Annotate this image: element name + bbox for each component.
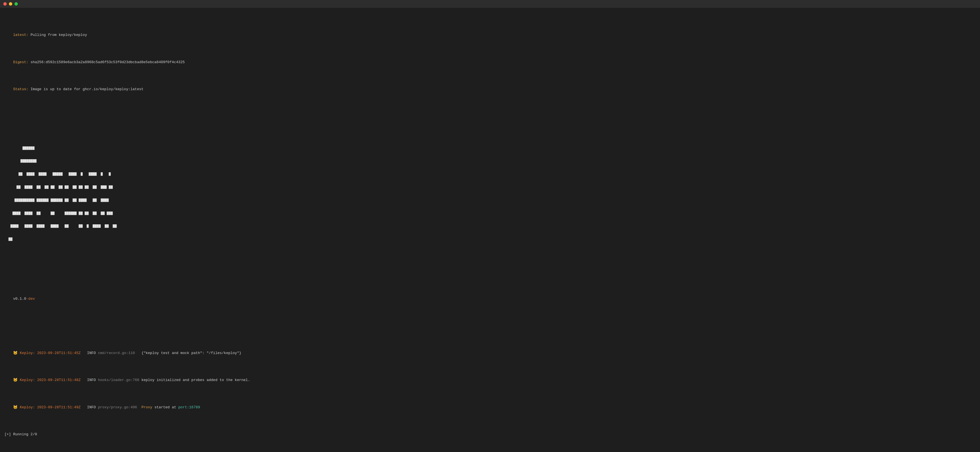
close-btn[interactable] xyxy=(3,2,7,6)
keploy-log-1: 🐱 Keploy: 2023-09-28T11:51:45Z INFO cmd/… xyxy=(5,345,975,361)
keploy-log-2: 🐱 Keploy: 2023-09-28T11:51:48Z INFO hook… xyxy=(5,372,975,388)
blank-line xyxy=(5,114,975,119)
pull-label-status: Status: xyxy=(13,87,29,91)
minimize-btn[interactable] xyxy=(9,2,12,6)
proxy-word: Proxy xyxy=(142,405,152,409)
pull-label-digest: Digest: xyxy=(13,60,29,64)
keploy-name-2: Keploy: 2023-09-28T11:51:48Z xyxy=(20,378,80,382)
blank-line-3 xyxy=(5,323,975,329)
ascii-art: ██████ ████████ ██ ████ ████ █████ ████ … xyxy=(5,138,975,250)
pull-line-2: Digest: sha256:d592c1589e6acb3a2a8968c5a… xyxy=(5,54,975,70)
pull-line-1: latest: Pulling from keploy/keploy xyxy=(5,27,975,43)
maximize-btn[interactable] xyxy=(14,2,18,6)
terminal: latest: Pulling from keploy/keploy Diges… xyxy=(0,8,980,452)
keploy-name-1: Keploy: 2023-09-28T11:51:45Z xyxy=(20,351,80,355)
pull-line-3: Status: Image is up to date for ghcr.io/… xyxy=(5,81,975,98)
titlebar xyxy=(0,0,980,8)
port-value: port:16789 xyxy=(178,405,200,409)
blank-line-2 xyxy=(5,269,975,274)
keploy-log-3: 🐱 Keploy: 2023-09-28T11:51:49Z INFO prox… xyxy=(5,399,975,415)
running-line: [+] Running 2/0 xyxy=(5,432,975,437)
pull-label-latest: latest: xyxy=(13,33,29,37)
version-line: v0.1.0-dev xyxy=(5,291,975,307)
keploy-name-3: Keploy: 2023-09-28T11:51:49Z xyxy=(20,405,80,409)
